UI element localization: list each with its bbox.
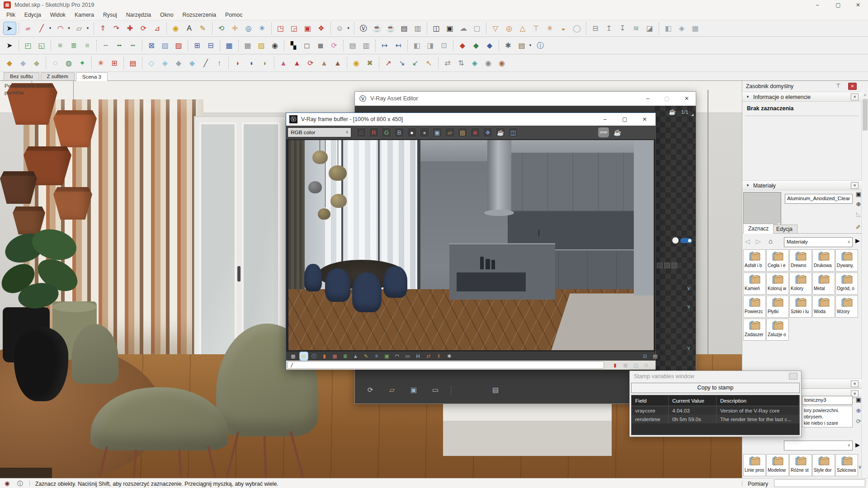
vray-dome-light-icon[interactable]: ◒ <box>557 22 570 34</box>
section-chevron-icon[interactable]: ∨ <box>687 285 691 291</box>
arrow-tool-blue-icon[interactable]: ↘ <box>396 57 408 69</box>
vfb-curve-icon[interactable]: ◠ <box>393 352 401 360</box>
materials-header[interactable]: ▼ Materiały ✕ <box>742 180 862 190</box>
gem-wire-icon[interactable]: ✦ <box>76 57 89 69</box>
asset-open-icon[interactable]: ▱ <box>387 385 397 395</box>
rendered-image[interactable] <box>288 140 654 350</box>
glass-cube-icon[interactable]: ◇ <box>146 57 158 69</box>
extrude-up-icon[interactable]: ↑ <box>213 57 226 69</box>
explode-icon[interactable]: ✳ <box>95 57 107 69</box>
style-folder[interactable]: Szkicowa <box>835 454 858 476</box>
menu-item[interactable]: Plik <box>2 10 20 19</box>
vfb-history-icon[interactable]: ▤ <box>300 352 308 360</box>
stone-tool-icon[interactable]: ◌ <box>49 57 61 69</box>
create-material-button[interactable]: ⊕ <box>854 200 863 208</box>
open-image-icon[interactable]: ▱ <box>445 127 455 137</box>
styles-dropdown[interactable]: ∨ <box>784 441 853 450</box>
diagonal-blue-icon[interactable]: ⊠ <box>146 39 158 52</box>
diagonal-red-icon[interactable]: ▨ <box>173 39 185 52</box>
minimize-button[interactable]: – <box>807 0 827 10</box>
maximize-button[interactable]: ▢ <box>828 0 848 10</box>
pin-brown-icon[interactable]: ◉ <box>496 57 508 69</box>
line-tool-dropdown[interactable]: ▾ <box>47 22 53 34</box>
push-pull-tool[interactable]: ⇑ <box>97 22 109 34</box>
user-account-icon[interactable]: ☺ <box>334 22 346 34</box>
stop-render-icon[interactable]: STOP <box>598 127 609 137</box>
pixel-info-icon[interactable]: ❖ <box>483 127 493 137</box>
vray-batch-render-icon[interactable]: ▣ <box>444 22 456 34</box>
close-button[interactable]: ✕ <box>848 0 868 10</box>
checkerboard-icon[interactable]: ▚ <box>288 39 300 52</box>
stamp-window-button[interactable] <box>789 373 797 380</box>
follow-me-tool[interactable]: ↷ <box>110 22 123 34</box>
sandbox-surface-icon[interactable]: ▨ <box>255 39 268 52</box>
geolocation-tool[interactable]: ❖ <box>315 22 327 34</box>
minimize-button[interactable]: – <box>639 92 657 106</box>
stamp-text-input[interactable]: / <box>288 361 604 369</box>
eraser-tool[interactable]: ▰ <box>22 22 34 34</box>
edge-lines-remove-icon[interactable]: ≡ <box>81 39 94 52</box>
dash-line-add-icon[interactable]: ╍ <box>113 39 126 52</box>
scene-tab[interactable]: Z sufitem <box>41 72 75 80</box>
vray-asset-editor-icon[interactable]: Ⓥ <box>358 22 370 34</box>
vray-interactive-render-icon[interactable]: ☕ <box>385 22 397 34</box>
material-folder[interactable]: Metal <box>812 272 835 295</box>
arrow-tool-red-icon[interactable]: ↗ <box>382 57 395 69</box>
line-tool[interactable]: ╱ <box>36 22 48 34</box>
material-folder[interactable]: Kolory <box>789 272 812 295</box>
vray-infinite-plane-icon[interactable]: ⊟ <box>590 22 602 34</box>
library-dropdown[interactable]: ▾ <box>528 39 533 52</box>
close-icon[interactable]: ✕ <box>851 380 859 387</box>
scene-tab[interactable]: Scena 3 <box>76 72 108 81</box>
render-teapot-icon[interactable]: ☕ <box>495 127 505 137</box>
create-style-button[interactable]: ⊕ <box>854 407 863 415</box>
vfb-histogram-icon[interactable]: ▲ <box>352 352 360 360</box>
copy-to-stamp-button[interactable]: Copy to stamp <box>631 383 800 393</box>
panel-left-icon[interactable]: ◧ <box>411 39 423 52</box>
vfb-denoise-icon[interactable]: ✱ <box>445 352 453 360</box>
move-tool[interactable]: ✚ <box>124 22 136 34</box>
geolocation-icon[interactable]: ◉ <box>5 480 9 487</box>
paste-icon[interactable]: ◼ <box>315 39 327 52</box>
swap-vertical-icon[interactable]: ⇅ <box>455 57 467 69</box>
copy-clipboard-icon[interactable]: ▤ <box>458 127 467 137</box>
grid-blue-icon-2[interactable]: ⊟ <box>205 39 217 52</box>
section-plane-tool[interactable]: ◳ <box>274 22 287 34</box>
vray-frame-buffer-icon[interactable]: ◫ <box>430 22 443 34</box>
material-folder[interactable]: Cegła i e <box>766 249 789 272</box>
section-chevron-icon[interactable]: ∨ <box>687 345 691 351</box>
vfb-stamp-icon[interactable]: ▦ <box>622 361 630 369</box>
select-tool[interactable]: ➤ <box>4 22 16 34</box>
tab-zaznacz[interactable]: Zaznacz <box>743 224 774 234</box>
menu-item[interactable]: Edycja <box>20 10 46 19</box>
style-name-field[interactable]: toniczny3 <box>802 396 853 405</box>
swap-icon[interactable]: ⇄ <box>442 57 454 69</box>
help-icon[interactable]: ⓘ <box>534 39 547 52</box>
dash-line-icon[interactable]: ╌ <box>100 39 112 52</box>
material-folder[interactable]: Płytki <box>766 296 789 318</box>
settings-gear-icon[interactable]: ✱ <box>502 39 514 52</box>
material-folder[interactable]: Powierzc <box>743 296 766 318</box>
vray-decal-icon[interactable]: ◧ <box>662 22 675 34</box>
grid-gray-icon-2[interactable]: ▥ <box>360 39 373 52</box>
library-icon[interactable]: ▤ <box>516 39 528 52</box>
edge-lines-icon[interactable]: ≡ <box>54 39 66 52</box>
asset-editor-titlebar[interactable]: Ⓥ V-Ray Asset Editor – ▢ ✕ <box>355 92 696 106</box>
axes-pin-green-icon[interactable]: ◆ <box>470 39 482 52</box>
teal-shape-icon[interactable]: ◈ <box>469 57 481 69</box>
refresh-style-icon[interactable]: ⟳ <box>854 418 863 426</box>
toggle-switch[interactable] <box>680 238 692 243</box>
section-chevron-icon[interactable]: ∨ <box>687 303 691 310</box>
text-tool[interactable]: A <box>183 22 195 34</box>
terrain-tool-icon-3[interactable]: ◗ <box>259 57 271 69</box>
material-folder[interactable]: Asfalt i b <box>743 249 766 272</box>
measurements-input[interactable] <box>774 479 865 487</box>
dash-line-remove-icon[interactable]: ╍ <box>127 39 139 52</box>
material-folder[interactable]: Szkło i lu <box>789 296 812 318</box>
vfb-curves-icon[interactable]: ✎ <box>362 352 370 360</box>
close-icon[interactable]: ✕ <box>851 182 859 189</box>
gray-cube-icon[interactable]: ◆ <box>173 57 185 69</box>
display-pane-icon[interactable]: ▣ <box>854 396 863 404</box>
copy-icon[interactable]: ◻ <box>301 39 313 52</box>
tab-edycja[interactable]: Edycja <box>771 225 797 234</box>
